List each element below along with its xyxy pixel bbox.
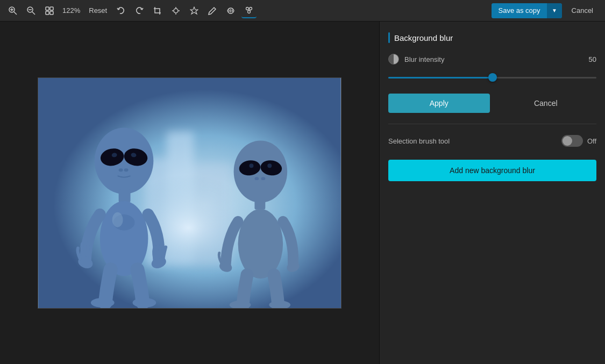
blur-intensity-icon (388, 54, 399, 65)
save-copy-button[interactable]: Save as copy ▼ (492, 3, 561, 18)
cancel-top-button[interactable]: Cancel (565, 5, 600, 16)
slider-fill (388, 77, 493, 78)
zoom-out-icon[interactable] (24, 3, 39, 18)
toolbar: 122% Reset (0, 0, 605, 22)
svg-point-45 (249, 163, 253, 168)
toggle-state-label: Off (587, 137, 596, 145)
undo-icon[interactable] (113, 3, 129, 18)
svg-point-33 (119, 168, 123, 172)
main-area: Background blur Blur intensity 50 Apply … (0, 22, 605, 364)
selection-brush-row: Selection brush tool Off (388, 135, 596, 147)
effects-icon[interactable] (223, 3, 238, 18)
apply-cancel-row: Apply Cancel (388, 94, 596, 113)
svg-rect-49 (254, 197, 265, 209)
svg-rect-8 (50, 7, 53, 10)
zoom-level: 122% (60, 6, 82, 15)
svg-point-21 (250, 7, 252, 10)
svg-point-50 (238, 209, 283, 278)
cancel-panel-button[interactable]: Cancel (495, 94, 597, 113)
canvas-area (0, 22, 379, 364)
alien-background (38, 78, 341, 308)
add-background-blur-button[interactable]: Add new background blur (388, 160, 596, 181)
selection-brush-toggle[interactable] (561, 135, 583, 147)
slider-thumb[interactable] (488, 73, 497, 82)
blur-intensity-slider[interactable] (388, 72, 596, 83)
zoom-in-icon[interactable] (5, 3, 20, 18)
pen-icon[interactable] (205, 3, 220, 18)
svg-point-22 (248, 10, 251, 13)
svg-point-34 (124, 168, 129, 172)
apply-button[interactable]: Apply (388, 94, 490, 113)
toggle-knob (563, 136, 572, 146)
alien-scene-svg (38, 78, 341, 308)
reset-button[interactable]: Reset (86, 5, 110, 16)
markup-icon[interactable] (187, 3, 202, 18)
toggle-container: Off (561, 135, 596, 147)
svg-rect-10 (50, 11, 53, 15)
svg-marker-16 (190, 7, 198, 14)
svg-line-1 (14, 12, 17, 15)
svg-point-46 (267, 163, 272, 168)
svg-point-40 (91, 298, 115, 308)
crop-icon[interactable] (150, 3, 165, 18)
svg-line-5 (32, 12, 35, 15)
svg-point-20 (246, 7, 249, 10)
redo-icon[interactable] (132, 3, 147, 18)
svg-point-48 (261, 177, 265, 180)
panel-title: Background blur (394, 33, 453, 42)
brightness-icon[interactable] (168, 3, 183, 18)
right-panel: Background blur Blur intensity 50 Apply … (379, 22, 605, 364)
blur-intensity-value: 50 (583, 55, 596, 63)
panel-divider (388, 124, 596, 124)
panel-title-bar (388, 32, 390, 43)
actual-size-icon[interactable] (42, 3, 57, 18)
image-canvas (38, 77, 341, 309)
selection-brush-label: Selection brush tool (388, 137, 561, 145)
svg-rect-7 (46, 7, 49, 10)
svg-point-55 (112, 212, 123, 227)
svg-point-41 (132, 298, 156, 308)
svg-rect-9 (46, 11, 49, 15)
svg-point-47 (254, 177, 259, 180)
save-copy-dropdown-icon[interactable]: ▼ (547, 3, 562, 18)
filter-icon[interactable] (241, 3, 257, 18)
blur-intensity-row: Blur intensity 50 (388, 54, 596, 65)
blur-intensity-label: Blur intensity (404, 55, 578, 63)
svg-point-11 (174, 9, 178, 13)
save-copy-label: Save as copy (492, 3, 546, 18)
svg-rect-35 (119, 189, 131, 203)
panel-section-title: Background blur (388, 32, 596, 43)
